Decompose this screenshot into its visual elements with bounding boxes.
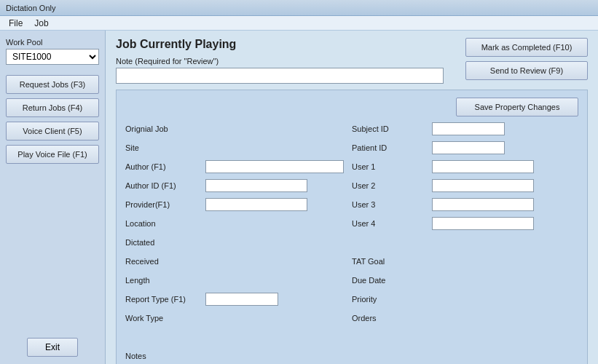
properties-panel: Save Property Changes Orignial Job Site … (116, 90, 588, 364)
save-property-changes-button[interactable]: Save Property Changes (456, 98, 578, 116)
prop-label-orders: Orders (352, 314, 432, 323)
title-bar: Dictation Only (0, 0, 598, 16)
prop-label-report-type: Report Type (F1) (125, 295, 205, 304)
props-grid: Orignial Job Site Author (F1) Author ID … (125, 121, 578, 364)
prop-orders: Orders (352, 310, 578, 326)
props-top-right: Save Property Changes (125, 98, 578, 116)
prop-tat-goal: TAT Goal (352, 253, 578, 269)
prop-label-tat-goal: TAT Goal (352, 257, 432, 266)
prop-spacer-left (125, 329, 352, 345)
prop-site: Site (125, 140, 352, 156)
main-container: Work Pool SITE1000 Request Jobs (F3) Ret… (0, 31, 598, 364)
menu-bar: File Job (0, 16, 598, 31)
prop-location: Location (125, 215, 352, 232)
subject-id-input[interactable] (432, 122, 505, 135)
patient-id-input[interactable] (432, 141, 505, 154)
prop-label-priority: Priority (352, 295, 432, 304)
prop-label-user2: User 2 (352, 181, 432, 190)
content-area: Job Currently Playing Note (Required for… (106, 31, 598, 364)
prop-label-author-id: Author ID (F1) (125, 181, 205, 190)
note-label: Note (Required for "Review") (116, 57, 455, 66)
prop-label-author: Author (F1) (125, 162, 205, 171)
user1-input[interactable] (432, 160, 534, 173)
request-jobs-button[interactable]: Request Jobs (F3) (6, 75, 99, 94)
report-type-input[interactable] (205, 293, 278, 306)
menu-file[interactable]: File (3, 17, 28, 30)
prop-label-user4: User 4 (352, 219, 432, 228)
prop-label-location: Location (125, 219, 205, 228)
prop-user3: User 3 (352, 197, 578, 213)
top-left: Job Currently Playing Note (Required for… (116, 38, 455, 84)
return-jobs-button[interactable]: Return Jobs (F4) (6, 98, 99, 117)
work-pool-select[interactable]: SITE1000 (6, 49, 99, 65)
work-pool-label: Work Pool (6, 38, 99, 47)
title-bar-text: Dictation Only (6, 4, 55, 12)
prop-provider: Provider(F1) (125, 197, 352, 213)
play-voice-file-button[interactable]: Play Voice File (F1) (6, 145, 99, 164)
sidebar: Work Pool SITE1000 Request Jobs (F3) Ret… (0, 31, 106, 364)
prop-label-dictated: Dictated (125, 238, 205, 247)
author-id-input[interactable] (205, 179, 307, 192)
prop-original-job: Orignial Job (125, 121, 352, 137)
prop-author: Author (F1) (125, 159, 352, 175)
prop-author-id: Author ID (F1) (125, 178, 352, 194)
prop-user1: User 1 (352, 159, 578, 175)
prop-label-patient-id: Patient ID (352, 143, 432, 152)
send-to-review-button[interactable]: Send to Review (F9) (465, 61, 588, 80)
author-input[interactable] (205, 160, 344, 173)
prop-priority: Priority (352, 291, 578, 307)
prop-label-provider: Provider(F1) (125, 200, 205, 209)
prop-work-type: Work Type (125, 310, 352, 326)
prop-label-notes: Notes (125, 352, 205, 360)
prop-due-date: Due Date (352, 272, 578, 288)
prop-label-original-job: Orignial Job (125, 124, 205, 133)
voice-client-button[interactable]: Voice Client (F5) (6, 122, 99, 141)
user4-input[interactable] (432, 217, 534, 230)
prop-report-type: Report Type (F1) (125, 291, 352, 307)
prop-received: Received (125, 253, 352, 269)
prop-patient-id: Patient ID (352, 140, 578, 156)
props-col-right: Subject ID Patient ID User 1 User 2 (352, 121, 578, 364)
prop-label-length: Length (125, 276, 205, 285)
prop-subject-id: Subject ID (352, 121, 578, 137)
provider-input[interactable] (205, 198, 307, 211)
note-input[interactable] (116, 68, 444, 84)
prop-label-due-date: Due Date (352, 276, 432, 285)
mark-completed-button[interactable]: Mark as Completed (F10) (465, 38, 588, 57)
user3-input[interactable] (432, 198, 534, 211)
exit-button[interactable]: Exit (27, 338, 78, 357)
prop-spacer-right (352, 234, 578, 250)
prop-dictated: Dictated (125, 234, 352, 250)
prop-label-user3: User 3 (352, 200, 432, 209)
props-col-left: Orignial Job Site Author (F1) Author ID … (125, 121, 352, 364)
sidebar-spacer (6, 168, 99, 338)
prop-user2: User 2 (352, 178, 578, 194)
prop-label-subject-id: Subject ID (352, 124, 432, 133)
prop-user4: User 4 (352, 215, 578, 232)
user2-input[interactable] (432, 179, 534, 192)
prop-notes: Notes (125, 348, 352, 364)
prop-label-work-type: Work Type (125, 314, 205, 323)
menu-job[interactable]: Job (28, 17, 54, 30)
prop-label-user1: User 1 (352, 162, 432, 171)
prop-label-site: Site (125, 143, 205, 152)
section-title: Job Currently Playing (116, 38, 455, 51)
prop-length: Length (125, 272, 352, 288)
top-bar: Job Currently Playing Note (Required for… (116, 38, 588, 84)
top-right-actions: Mark as Completed (F10) Send to Review (… (465, 38, 588, 80)
prop-label-received: Received (125, 257, 205, 266)
